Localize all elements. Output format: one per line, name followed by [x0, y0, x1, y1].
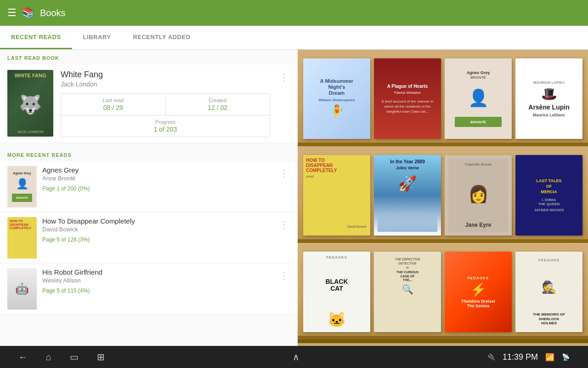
white-fang-title-cover: WHITE FANG: [14, 73, 46, 79]
book-jane-eyre[interactable]: Charlotte Brontë 👩 Jane Eyre: [445, 155, 512, 236]
shelf-row-3: FEDAOKS BLACKCAT 🐱 THE DEFECTIVEDETECTIV…: [298, 243, 588, 339]
book-agnes-shelf[interactable]: Agnes GreyBRONTË 👤 BRONTË: [445, 58, 512, 139]
app-icon: 📚: [22, 7, 34, 19]
screenshot-button[interactable]: ⊞: [97, 351, 105, 362]
book-year2889[interactable]: In the Year 2889Jules Verne 🚀: [374, 155, 441, 236]
agnes-author: Anne Brontë: [42, 175, 272, 182]
main-content: LAST READ BOOK WHITE FANG 🐺 JACK LONDON …: [0, 50, 588, 346]
book-last-tales[interactable]: LAST TALESOFMERCIA I. EMMATHE QUEEN JAYD…: [515, 155, 582, 236]
htdc-author: David Bowick: [42, 226, 272, 233]
htdc-progress: Page 5 of 128 (3%): [42, 236, 272, 243]
hrg-author: Wesley Allison: [42, 277, 272, 284]
status-time: 11:39 PM: [503, 352, 538, 362]
hrg-more-button[interactable]: ⋮: [277, 268, 290, 283]
book-genius[interactable]: FEDAOKS ⚡ Theodore DreiserThe Genius: [445, 252, 512, 332]
tab-library[interactable]: LIBRARY: [72, 26, 122, 49]
shelf-row-1: A MidsummerNight'sDream William Shakespe…: [298, 50, 588, 146]
recent-item-hrg[interactable]: 🤖 His Robot Girlfriend Wesley Allison Pa…: [0, 264, 298, 315]
shelf-row-2: HOW TODISAPPEARCOMPLETELY novel David Bo…: [298, 146, 588, 243]
hrg-title: His Robot Girlfriend: [42, 268, 272, 276]
meta-row-dates: Last read 08 / 29 Created 12 / 02: [61, 94, 270, 115]
progress-value: 1 of 203: [67, 126, 264, 133]
white-fang-title: White Fang: [61, 70, 270, 80]
hrg-progress: Page 5 of 115 (4%): [42, 288, 272, 294]
agnes-progress: Page 1 of 200 (0%): [42, 185, 272, 192]
htdc-more-button[interactable]: ⋮: [277, 217, 290, 232]
white-fang-info: White Fang Jack London Last read 08 / 29…: [61, 70, 270, 137]
last-read-cell: Last read 08 / 29: [61, 94, 166, 115]
htdc-cover-small: HOW TODISAPPEARCOMPLETELY: [7, 217, 37, 259]
last-read-value: 08 / 29: [67, 104, 160, 111]
left-panel: LAST READ BOOK WHITE FANG 🐺 JACK LONDON …: [0, 50, 298, 346]
agnes-title: Agnes Grey: [42, 166, 272, 174]
last-read-card[interactable]: WHITE FANG 🐺 JACK LONDON White Fang Jack…: [0, 64, 298, 143]
book-plague[interactable]: A Plague of HeartsPatrick Whitaker A bri…: [374, 58, 441, 139]
last-read-label: LAST READ BOOK: [0, 50, 298, 64]
book-sherlock[interactable]: FEDAOKS 🕵️ THE MEMOIRS OFSHERLOCKHOLMES: [515, 252, 582, 332]
menu-icon[interactable]: ☰: [7, 7, 17, 19]
white-fang-more-button[interactable]: ⋮: [277, 70, 290, 85]
bookshelf: A MidsummerNight'sDream William Shakespe…: [298, 50, 588, 346]
recent-item-htdc[interactable]: HOW TODISAPPEARCOMPLETELY How To Disappe…: [0, 213, 298, 264]
hrg-cover-small: 🤖: [7, 268, 37, 310]
last-read-label-text: Last read: [67, 98, 160, 103]
agnes-info: Agnes Grey Anne Brontë Page 1 of 200 (0%…: [42, 166, 272, 192]
back-button[interactable]: ←: [18, 352, 28, 362]
recents-button[interactable]: ▭: [70, 351, 79, 362]
agnes-more-button[interactable]: ⋮: [277, 166, 290, 181]
tab-bar: RECENT READS LIBRARY RECENTLY ADDED: [0, 26, 588, 50]
progress-cell: Progress 1 of 203: [61, 115, 270, 137]
book-arsene[interactable]: MAURICE LUPIN I 🎩 Arsène Lupin Maurice L…: [515, 58, 582, 139]
signal-icon: 📡: [562, 353, 570, 361]
nav-center-button[interactable]: ∧: [293, 351, 300, 362]
book-meta-grid: Last read 08 / 29 Created 12 / 02 Progre…: [61, 93, 270, 137]
meta-row-progress: Progress 1 of 203: [61, 115, 270, 137]
white-fang-author-cover: JACK LONDON: [17, 130, 44, 134]
recent-item-agnes[interactable]: Agnes Grey 👤 BRONTË Agnes Grey Anne Bron…: [0, 161, 298, 213]
tab-recently-added[interactable]: RECENTLY ADDED: [122, 26, 201, 49]
usb-icon: 🔌: [487, 353, 495, 361]
bottom-nav-left: ← ⌂ ▭ ⊞: [18, 351, 105, 362]
progress-label-text: Progress: [67, 119, 264, 125]
white-fang-cover[interactable]: WHITE FANG 🐺 JACK LONDON: [7, 70, 53, 137]
white-fang-author: Jack London: [61, 80, 270, 88]
hrg-info: His Robot Girlfriend Wesley Allison Page…: [42, 268, 272, 294]
created-cell: Created 12 / 02: [166, 94, 270, 115]
white-fang-wolf-icon: 🐺: [19, 95, 42, 114]
created-label-text: Created: [171, 98, 265, 103]
agnes-cover-small: Agnes Grey 👤 BRONTË: [7, 166, 37, 207]
wifi-icon: 📶: [545, 353, 554, 362]
htdc-title: How To Disappear Completely: [42, 217, 272, 225]
app-title: Books: [40, 8, 66, 18]
book-defective[interactable]: THE DEFECTIVEDETECTIVEin THE CURIOUSCASE…: [374, 252, 441, 332]
book-htdc-shelf[interactable]: HOW TODISAPPEARCOMPLETELY novel David Bo…: [303, 155, 370, 236]
tab-recent-reads[interactable]: RECENT READS: [0, 26, 72, 49]
top-bar: ☰ 📚 Books: [0, 0, 588, 26]
bottom-status: 🔌 11:39 PM 📶 📡: [487, 352, 570, 362]
bottom-bar: ← ⌂ ▭ ⊞ ∧ 🔌 11:39 PM 📶 📡: [0, 346, 588, 368]
more-recent-label: MORE RECENT READS: [0, 147, 298, 161]
book-black-cat[interactable]: FEDAOKS BLACKCAT 🐱: [303, 252, 370, 332]
created-value: 12 / 02: [171, 104, 265, 111]
htdc-info: How To Disappear Completely David Bowick…: [42, 217, 272, 243]
book-midsummer[interactable]: A MidsummerNight'sDream William Shakespe…: [303, 58, 370, 139]
home-button[interactable]: ⌂: [46, 352, 51, 362]
